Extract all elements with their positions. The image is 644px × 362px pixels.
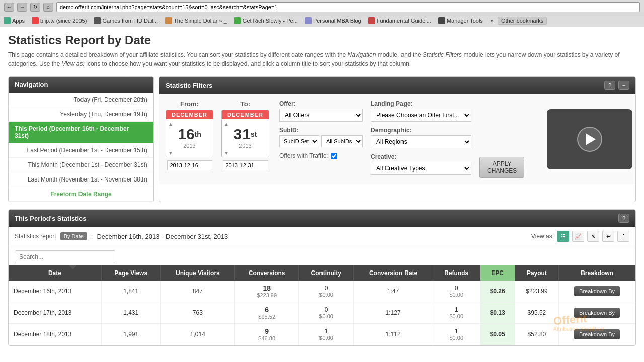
home-button[interactable]: ⌂ — [43, 3, 53, 12]
from-year: 2013 — [167, 142, 212, 150]
to-label: To: — [240, 100, 250, 108]
table-row: December 16th, 2013 1,841 847 18 $223.99… — [9, 281, 635, 302]
to-next-arrow[interactable]: ▼ — [224, 150, 229, 156]
cell-conv-1: 6 $95.52 — [235, 302, 299, 324]
cell-date-0: December 16th, 2013 — [9, 281, 101, 302]
traffic-label: Offers with Traffic: — [279, 152, 328, 159]
cell-breakdown-2[interactable]: Breakdown By — [559, 324, 635, 345]
cell-pv-2: 1,991 — [101, 324, 160, 345]
view-export-button[interactable]: ↩ — [602, 231, 614, 242]
forward-button[interactable]: → — [17, 3, 27, 12]
to-month: DECEMBER — [222, 110, 269, 119]
games-icon — [94, 17, 101, 24]
bookmark-fund[interactable]: Fundamental Guidel... — [367, 17, 433, 25]
bookmark-manager-label: Manager Tools — [447, 18, 483, 24]
view-grid-button[interactable]: ☷ — [557, 231, 569, 242]
landing-label: Landing Page: — [371, 100, 471, 107]
from-calendar[interactable]: DECEMBER ▲ 16th 2013 ▼ — [166, 110, 213, 157]
cell-epc-2: $0.05 — [480, 324, 515, 345]
from-next-arrow[interactable]: ▼ — [168, 150, 173, 156]
filters-help-button[interactable]: ? — [604, 81, 615, 90]
search-area — [9, 246, 635, 265]
traffic-checkbox[interactable] — [331, 153, 337, 159]
landing-filter-group: Landing Page: Please Choose an Offer Fir… — [371, 100, 471, 122]
nav-item-this-month[interactable]: This Month (December 1st - December 31st… — [9, 158, 153, 172]
cell-pv-1: 1,431 — [101, 302, 160, 324]
to-cal-nav-bottom: ▼ — [223, 150, 268, 156]
col-breakdown[interactable]: Breakdown — [559, 265, 635, 281]
breakdown-button-0[interactable]: Breakdown By — [574, 286, 620, 296]
cell-rate-2: 1:112 — [354, 324, 433, 345]
nav-item-last-period[interactable]: Last Period (December 1st - December 15t… — [9, 143, 153, 158]
col-payout[interactable]: Payout — [515, 265, 558, 281]
subid-type-select[interactable]: SubID Set — [279, 135, 319, 147]
video-overlay[interactable] — [547, 109, 632, 169]
col-unique-visitors[interactable]: Unique Visitors — [160, 265, 235, 281]
cell-ref-1: 1 $0.00 — [433, 302, 480, 324]
offer-label: Offer: — [279, 100, 363, 107]
to-date-input[interactable] — [223, 160, 268, 170]
cell-breakdown-0[interactable]: Breakdown By — [559, 281, 635, 302]
bookmark-simple[interactable]: The Simple Dollar » _ — [164, 17, 228, 25]
video-container: Creative Types — [534, 100, 636, 178]
offer-select[interactable]: All Offers — [279, 109, 363, 122]
to-year: 2013 — [223, 142, 268, 150]
landing-select[interactable]: Please Choose an Offer First... — [371, 109, 471, 122]
col-refunds[interactable]: Refunds — [433, 265, 480, 281]
col-conversions[interactable]: Conversions — [235, 265, 299, 281]
demographic-select[interactable]: All Regions — [371, 135, 471, 148]
col-continuity[interactable]: Continuity — [299, 265, 354, 281]
creative-select[interactable]: All Creative Types — [371, 162, 471, 175]
nav-item-yesterday[interactable]: Yesterday (Thu, December 19th) — [9, 107, 153, 122]
bookmark-games[interactable]: Games from HD Dail... — [92, 17, 159, 25]
filter-col-right: Landing Page: Please Choose an Offer Fir… — [371, 100, 471, 178]
breakdown-button-2[interactable]: Breakdown By — [574, 329, 620, 339]
cell-payout-1: $95.52 — [515, 302, 558, 324]
subid-value-select[interactable]: All SubIDs — [321, 135, 363, 147]
cell-cont-2: 1 $0.00 — [299, 324, 354, 345]
navigation-panel: Navigation Today (Fri, December 20th) Ye… — [8, 76, 154, 202]
view-chart-button[interactable]: 📈 — [572, 231, 584, 242]
stats-toolbar-left: Statistics report By Date : December 16t… — [15, 232, 228, 240]
cell-cont-1: 0 $0.00 — [299, 302, 354, 324]
table-row: December 17th, 2013 1,431 763 6 $95.52 0… — [9, 302, 635, 324]
from-date-input[interactable] — [167, 160, 212, 170]
nav-item-last-month[interactable]: Last Month (November 1st - November 30th… — [9, 172, 153, 187]
other-bookmarks-button[interactable]: Other bookmarks — [498, 17, 547, 25]
bookmark-manager[interactable]: Manager Tools — [437, 17, 485, 25]
date-section: From: DECEMBER ▲ 16th 2013 ▼ — [166, 100, 269, 178]
to-prev-arrow[interactable]: ▲ — [224, 121, 229, 127]
offer-filter-group: Offer: All Offers — [279, 100, 363, 122]
back-button[interactable]: ← — [4, 3, 14, 12]
nav-item-freeform[interactable]: Freeform Date Range — [9, 187, 153, 202]
bookmark-mba[interactable]: Personal MBA Blog — [303, 17, 363, 25]
play-button[interactable] — [577, 127, 602, 152]
apply-changes-button[interactable]: APPLY CHANGES — [479, 157, 524, 178]
col-page-views[interactable]: Page Views — [101, 265, 160, 281]
nav-item-today[interactable]: Today (Fri, December 20th) — [9, 93, 153, 107]
bookmark-blip[interactable]: blip.tv (since 2005) — [30, 17, 88, 25]
col-conversion-rate[interactable]: Conversion Rate — [354, 265, 433, 281]
stats-help-button[interactable]: ? — [618, 214, 629, 223]
url-bar[interactable] — [56, 2, 640, 12]
nav-item-this-period[interactable]: This Period (December 16th - December 31… — [9, 122, 153, 143]
bookmark-apps[interactable]: Apps — [2, 17, 26, 25]
stats-header-actions: ? — [618, 214, 629, 223]
col-epc[interactable]: EPC — [480, 265, 515, 281]
cell-breakdown-1[interactable]: Breakdown By — [559, 302, 635, 324]
search-input[interactable] — [15, 250, 115, 263]
statistic-filters-ref: Statistic Filters — [423, 51, 462, 58]
view-rss-button[interactable]: ∿ — [587, 231, 599, 242]
filters-collapse-button[interactable]: − — [618, 81, 629, 90]
to-calendar[interactable]: DECEMBER ▲ 31st 2013 ▼ — [221, 110, 269, 157]
bookmark-rich[interactable]: Get Rich Slowly - Pe... — [232, 17, 299, 25]
col-date[interactable]: Date — [9, 265, 101, 281]
cell-payout-0: $223.99 — [515, 281, 558, 302]
from-prev-arrow[interactable]: ▲ — [168, 121, 173, 127]
filters-panel: Statistic Filters ? − From: DECEMBER — [159, 76, 636, 202]
view-csv-button[interactable]: ⋮ — [617, 231, 629, 242]
breakdown-button-1[interactable]: Breakdown By — [574, 308, 620, 318]
refresh-button[interactable]: ↻ — [30, 3, 40, 12]
view-as-section: View as: ☷ 📈 ∿ ↩ ⋮ — [531, 231, 629, 242]
demographic-label: Demographic: — [371, 127, 471, 134]
